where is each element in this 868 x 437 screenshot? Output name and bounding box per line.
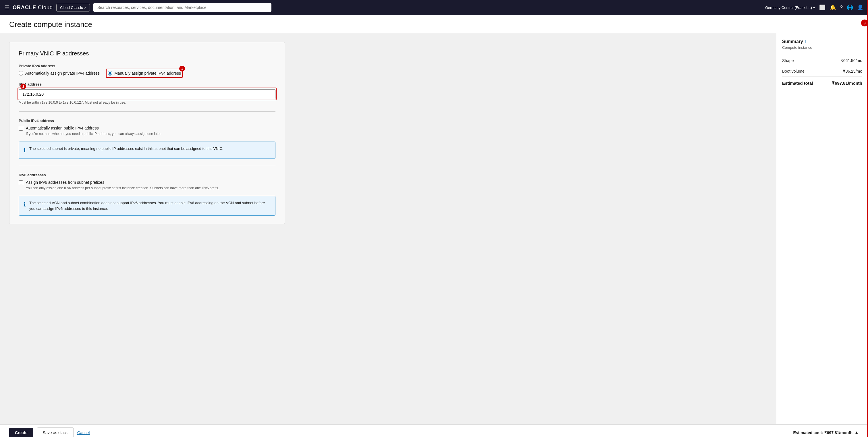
public-ipv4-label: Public IPv4 address bbox=[19, 119, 275, 123]
section-title: Primary VNIC IP addresses bbox=[19, 50, 275, 57]
cost-chevron-icon[interactable]: ▲ bbox=[854, 430, 859, 435]
annotation-badge-1: 1 bbox=[179, 66, 185, 71]
summary-subtitle: Compute instance bbox=[782, 45, 862, 50]
ipv6-checkbox-option[interactable]: Assign IPv6 addresses from subnet prefix… bbox=[19, 180, 275, 185]
summary-boot-volume-value: ₹36.25/mo bbox=[843, 69, 862, 73]
summary-shape-label: Shape bbox=[782, 58, 794, 63]
annotation-border-right bbox=[867, 0, 868, 437]
public-ipv4-group: Public IPv4 address Automatically assign… bbox=[19, 119, 275, 136]
menu-icon[interactable]: ☰ bbox=[5, 4, 9, 11]
public-ipv4-checkbox-option[interactable]: Automatically assign public IPv4 address bbox=[19, 126, 275, 131]
summary-total-label: Estimated total bbox=[782, 81, 813, 86]
ipv4-input-wrapper: 2 bbox=[19, 89, 275, 99]
logo-cloud: Cloud bbox=[38, 5, 53, 11]
manual-option-highlight: Automatically assign private IPv4 addres… bbox=[19, 71, 181, 75]
ipv4-address-label: IPv4 address bbox=[19, 82, 275, 87]
auto-assign-radio[interactable] bbox=[19, 71, 23, 75]
ipv4-address-hint: Must be within 172.16.0.0 to 172.16.0.12… bbox=[19, 100, 275, 104]
manual-assign-radio-option[interactable]: Manually assign private IPv4 address bbox=[108, 71, 181, 75]
estimated-cost-label: Estimated cost: ₹697.81/month bbox=[793, 430, 853, 435]
summary-boot-volume-row: Boot volume ₹36.25/mo bbox=[782, 66, 862, 77]
private-ipv4-group: Private IPv4 address Automatically assig… bbox=[19, 64, 275, 76]
page-title: Create compute instance bbox=[9, 20, 859, 29]
summary-sidebar: Summary ℹ Compute instance Shape ₹661.56… bbox=[776, 33, 868, 425]
summary-title: Summary bbox=[782, 39, 803, 44]
summary-shape-row: Shape ₹661.56/mo bbox=[782, 55, 862, 66]
info-icon-2: ℹ bbox=[24, 200, 26, 209]
logo-oracle: ORACLE bbox=[13, 5, 36, 11]
public-ipv4-checkbox[interactable] bbox=[19, 126, 23, 131]
bell-icon[interactable]: 🔔 bbox=[830, 4, 836, 11]
auto-assign-radio-option[interactable]: Automatically assign private IPv4 addres… bbox=[19, 71, 100, 75]
private-ipv4-label: Private IPv4 address bbox=[19, 64, 275, 68]
region-label: Germany Central (Frankfurt) bbox=[765, 5, 812, 10]
bottom-bar: Create Save as stack Cancel Estimated co… bbox=[0, 425, 868, 437]
save-as-stack-button[interactable]: Save as stack bbox=[37, 428, 74, 437]
create-button[interactable]: Create bbox=[9, 428, 33, 437]
cloud-classic-button[interactable]: Cloud Classic > bbox=[56, 4, 90, 11]
ipv6-checkbox-label: Assign IPv6 addresses from subnet prefix… bbox=[26, 180, 104, 185]
search-input[interactable] bbox=[93, 3, 272, 12]
info-box-1-text: The selected subnet is private, meaning … bbox=[29, 146, 223, 152]
content-area: Primary VNIC IP addresses Private IPv4 a… bbox=[0, 33, 776, 425]
annotation-badge-2: 2 bbox=[21, 84, 26, 89]
user-icon[interactable]: 👤 bbox=[857, 4, 863, 11]
summary-shape-value: ₹661.56/mo bbox=[841, 58, 862, 63]
header-right: Germany Central (Frankfurt) ▾ ⬜ 🔔 ? 🌐 👤 bbox=[765, 4, 863, 11]
manual-assign-label: Manually assign private IPv4 address bbox=[114, 71, 181, 75]
ipv4-address-input[interactable] bbox=[19, 89, 275, 99]
auto-assign-label: Automatically assign private IPv4 addres… bbox=[25, 71, 100, 75]
private-ipv4-options: Automatically assign private IPv4 addres… bbox=[19, 71, 181, 75]
logo: ORACLE Cloud bbox=[13, 5, 53, 11]
ipv6-checkbox[interactable] bbox=[19, 180, 23, 185]
summary-header: Summary ℹ bbox=[782, 39, 862, 44]
info-box-2-text: The selected VCN and subnet combination … bbox=[29, 200, 271, 211]
help-icon[interactable]: ? bbox=[840, 5, 843, 11]
summary-info-button[interactable]: ℹ bbox=[805, 39, 807, 44]
public-ipv4-checkbox-label: Automatically assign public IPv4 address bbox=[26, 126, 99, 130]
cloud-shell-icon[interactable]: ⬜ bbox=[819, 4, 826, 11]
ipv4-address-group: IPv4 address 2 Must be within 172.16.0.0… bbox=[19, 82, 275, 104]
estimated-cost-display: Estimated cost: ₹697.81/month ▲ bbox=[793, 430, 859, 435]
info-box-private-subnet: ℹ The selected subnet is private, meanin… bbox=[19, 142, 275, 159]
private-ipv4-radio-group: Automatically assign private IPv4 addres… bbox=[19, 71, 181, 76]
region-chevron-icon: ▾ bbox=[813, 5, 815, 10]
ipv6-hint: You can only assign one IPv6 address per… bbox=[26, 186, 275, 190]
globe-icon[interactable]: 🌐 bbox=[847, 4, 853, 11]
manual-assign-radio[interactable] bbox=[108, 71, 112, 75]
public-ipv4-hint: If you're not sure whether you need a pu… bbox=[26, 132, 275, 136]
cancel-button[interactable]: Cancel bbox=[77, 430, 90, 435]
form-card: Primary VNIC IP addresses Private IPv4 a… bbox=[9, 42, 285, 224]
info-box-ipv6: ℹ The selected VCN and subnet combinatio… bbox=[19, 196, 275, 216]
manual-option-wrapper: 1 Manually assign private IPv4 address bbox=[108, 71, 181, 75]
ipv6-label: IPv6 addresses bbox=[19, 173, 275, 177]
header: ☰ ORACLE Cloud Cloud Classic > Germany C… bbox=[0, 0, 868, 15]
region-selector[interactable]: Germany Central (Frankfurt) ▾ bbox=[765, 5, 815, 10]
divider-2 bbox=[19, 166, 275, 166]
summary-boot-volume-label: Boot volume bbox=[782, 69, 805, 73]
annotation-badge-3: 3 bbox=[861, 20, 868, 26]
summary-total-row: Estimated total ₹697.81/month bbox=[782, 77, 862, 86]
ipv6-group: IPv6 addresses Assign IPv6 addresses fro… bbox=[19, 173, 275, 190]
info-icon-1: ℹ bbox=[24, 146, 26, 154]
page-title-bar: Create compute instance bbox=[0, 15, 868, 33]
main-layout: Primary VNIC IP addresses Private IPv4 a… bbox=[0, 33, 868, 425]
summary-total-value: ₹697.81/month bbox=[832, 81, 862, 86]
